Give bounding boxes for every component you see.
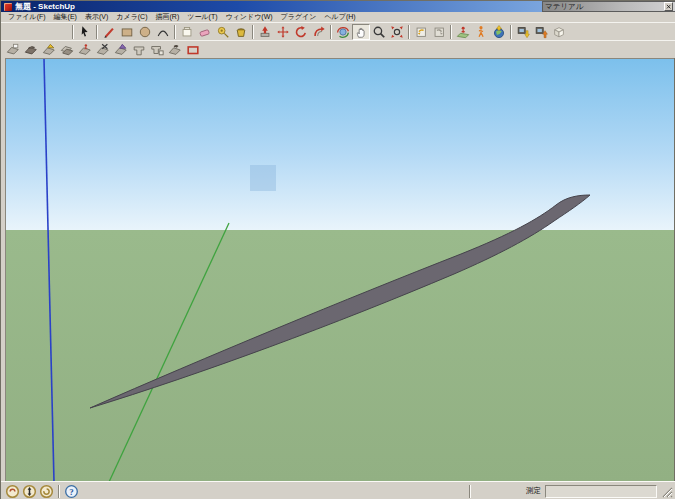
- add-detail-tool[interactable]: [94, 42, 112, 58]
- svg-text:?: ?: [69, 486, 73, 496]
- help-button[interactable]: ?: [64, 484, 79, 499]
- menu-view[interactable]: 表示(V): [81, 12, 112, 22]
- statusbar-separator: [58, 485, 60, 498]
- rotate-icon: [294, 25, 308, 39]
- status-circle-button-1[interactable]: [5, 484, 20, 499]
- toolbar-separator: [450, 25, 452, 39]
- pan-tool[interactable]: [352, 24, 370, 40]
- roof-tool[interactable]: [166, 42, 184, 58]
- toolbar-separator: [408, 25, 410, 39]
- main-toolbar: [1, 22, 675, 40]
- ground-plane: [6, 230, 674, 482]
- next-view-button[interactable]: [430, 24, 448, 40]
- zoomext-icon: [390, 25, 404, 39]
- zoom-tool[interactable]: [370, 24, 388, 40]
- circle-icon: [138, 25, 152, 39]
- paint-bucket-tool[interactable]: [232, 24, 250, 40]
- sandbox-from-contours-tool[interactable]: [4, 42, 22, 58]
- eraser-tool[interactable]: [196, 24, 214, 40]
- roof3-icon: [42, 43, 56, 57]
- position-camera-tool[interactable]: [454, 24, 472, 40]
- follow-profile-tool[interactable]: [184, 42, 202, 58]
- menu-file[interactable]: ファイル(F): [4, 12, 50, 22]
- toggle-terrain-button[interactable]: [532, 24, 550, 40]
- menu-help[interactable]: ヘルプ(H): [320, 12, 359, 22]
- select-tool[interactable]: [76, 24, 94, 40]
- toolbar-separator: [252, 25, 254, 39]
- toolbar-separator: [174, 25, 176, 39]
- push-pull-tool[interactable]: [256, 24, 274, 40]
- pipet-icon: [132, 43, 146, 57]
- toolbar-separator: [330, 25, 332, 39]
- circle-tool[interactable]: [136, 24, 154, 40]
- smoove-tool[interactable]: [40, 42, 58, 58]
- menu-edit[interactable]: 編集(E): [50, 12, 81, 22]
- toggleview-icon: [534, 25, 548, 39]
- roof1-icon: [6, 43, 20, 57]
- poscam-icon: [456, 25, 470, 39]
- pipetbox-icon: [150, 43, 164, 57]
- rotate-tool[interactable]: [292, 24, 310, 40]
- status-circle-button-2[interactable]: [22, 484, 37, 499]
- arc-icon: [156, 25, 170, 39]
- faint-selection-square: [250, 165, 276, 191]
- pipe-box-tool[interactable]: [148, 42, 166, 58]
- window-resize-grip[interactable]: [659, 484, 673, 498]
- roof8-icon: [168, 43, 182, 57]
- toolbar-separator: [510, 25, 512, 39]
- sandbox-from-scratch-tool[interactable]: [22, 42, 40, 58]
- getview-icon: [516, 25, 530, 39]
- nextview-icon: [432, 25, 446, 39]
- move-tool[interactable]: [274, 24, 292, 40]
- sketchup-app-icon: [4, 3, 12, 11]
- pushpull-icon: [258, 25, 272, 39]
- drawing-viewport[interactable]: [5, 58, 674, 482]
- pan-icon: [354, 25, 368, 39]
- menu-draw[interactable]: 描画(R): [152, 12, 184, 22]
- material-panel-title: マテリアル: [545, 2, 664, 11]
- pipe-tool[interactable]: [130, 42, 148, 58]
- place-model-button[interactable]: [490, 24, 508, 40]
- toolbar-separator: [96, 25, 98, 39]
- status-circle-button-3[interactable]: [39, 484, 54, 499]
- roof7-icon: [114, 43, 128, 57]
- arc-tool[interactable]: [154, 24, 172, 40]
- rectangle-icon: [120, 25, 134, 39]
- material-panel-titlebar[interactable]: マテリアル: [542, 1, 675, 12]
- walk-tool[interactable]: [472, 24, 490, 40]
- status-bar: ? 測定: [1, 481, 675, 499]
- tape-measure-tool[interactable]: [214, 24, 232, 40]
- measurement-input[interactable]: [545, 485, 657, 498]
- previous-view-button[interactable]: [412, 24, 430, 40]
- orbit-tool[interactable]: [334, 24, 352, 40]
- orbit-icon: [336, 25, 350, 39]
- roof6-icon: [96, 43, 110, 57]
- zoom-icon: [372, 25, 386, 39]
- flip-edge-tool[interactable]: [112, 42, 130, 58]
- paint-icon: [234, 25, 248, 39]
- drape-tool[interactable]: [76, 42, 94, 58]
- share-model-button[interactable]: [550, 24, 568, 40]
- get-current-view-button[interactable]: [514, 24, 532, 40]
- redrect-icon: [186, 43, 200, 57]
- roof4-icon: [60, 43, 74, 57]
- menu-plugins[interactable]: プラグイン: [277, 12, 321, 22]
- menu-tools[interactable]: ツール(T): [183, 12, 221, 22]
- roof5-icon: [78, 43, 92, 57]
- make-component-tool[interactable]: [178, 24, 196, 40]
- rectangle-tool[interactable]: [118, 24, 136, 40]
- select-icon: [78, 25, 92, 39]
- move-icon: [276, 25, 290, 39]
- zoom-extents-tool[interactable]: [388, 24, 406, 40]
- stamp-tool[interactable]: [58, 42, 76, 58]
- offset-tool[interactable]: [310, 24, 328, 40]
- measurement-label: 測定: [526, 486, 541, 496]
- eraser-icon: [198, 25, 212, 39]
- close-icon[interactable]: [664, 2, 673, 11]
- pencil-icon: [102, 25, 116, 39]
- window-title: 無題 - SketchUp: [15, 1, 75, 12]
- line-tool[interactable]: [100, 24, 118, 40]
- menu-camera[interactable]: カメラ(C): [112, 12, 151, 22]
- menu-window[interactable]: ウィンドウ(W): [222, 12, 277, 22]
- prevview-icon: [414, 25, 428, 39]
